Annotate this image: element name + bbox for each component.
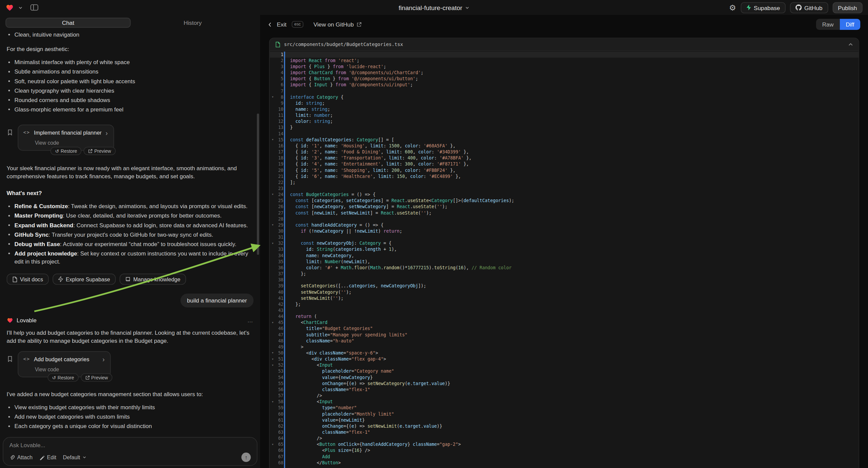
code-line[interactable]: 68 </Button> bbox=[270, 460, 859, 466]
code-line[interactable]: 54 value={newCategory} bbox=[270, 374, 859, 380]
code-line[interactable]: 30 if (!newCategory || !newLimit) return… bbox=[270, 228, 859, 234]
collapse-chevron-up-icon[interactable] bbox=[848, 42, 853, 46]
code-line[interactable]: 61 value={newLimit} bbox=[270, 417, 859, 423]
lovable-logo-icon[interactable] bbox=[6, 4, 14, 11]
message-menu-button[interactable]: … bbox=[247, 316, 254, 325]
code-line[interactable]: 7 bbox=[270, 88, 859, 94]
settings-gear-icon[interactable]: ⚙ bbox=[729, 4, 736, 11]
code-editor[interactable]: 12import React from 'react';3import { Pl… bbox=[270, 51, 859, 468]
code-line[interactable]: 42 }; bbox=[270, 301, 859, 308]
code-line[interactable]: 59 type="number" bbox=[270, 405, 859, 411]
code-line[interactable]: 19 { id: '4', name: 'Entertainment', lim… bbox=[270, 161, 859, 167]
code-line[interactable]: 9 id: string; bbox=[270, 100, 859, 107]
bookmark-icon[interactable] bbox=[7, 129, 13, 136]
code-line[interactable]: 63 className="flex-1" bbox=[270, 429, 859, 435]
code-line[interactable]: 26 const [newCategory, setNewCategory] =… bbox=[270, 204, 859, 210]
code-line[interactable]: 10 name: string; bbox=[270, 107, 859, 113]
code-line[interactable]: 4import ChartCard from '@/components/ui/… bbox=[270, 70, 859, 76]
code-line[interactable]: 38 bbox=[270, 277, 859, 283]
fold-chevron-icon[interactable]: ▾ bbox=[271, 356, 275, 362]
code-line[interactable]: 49 > bbox=[270, 344, 859, 350]
fold-chevron-icon[interactable]: ▾ bbox=[271, 222, 275, 228]
code-line[interactable]: 20 { id: '5', name: 'Shopping', limit: 2… bbox=[270, 167, 859, 173]
code-line[interactable]: 11 limit: number; bbox=[270, 113, 859, 118]
code-line[interactable]: 18 { id: '3', name: 'Transportation', li… bbox=[270, 155, 859, 161]
code-line[interactable]: 12 color: string; bbox=[270, 118, 859, 124]
code-line[interactable]: 35 limit: Number(newLimit), bbox=[270, 259, 859, 265]
code-line[interactable]: 3import { Plus } from 'lucide-react'; bbox=[270, 64, 859, 70]
fold-chevron-icon[interactable]: ▾ bbox=[271, 362, 275, 368]
code-line[interactable]: 48 className="h-auto" bbox=[270, 338, 859, 344]
code-line[interactable]: ▾50 <div className="space-y-6"> bbox=[270, 350, 859, 356]
model-select[interactable]: Default bbox=[63, 454, 86, 460]
code-line[interactable]: ▾51 <div className="flex gap-4"> bbox=[270, 356, 859, 362]
code-line[interactable]: 33 id: String(categories.length + 1), bbox=[270, 246, 859, 253]
code-line[interactable]: 17 { id: '2', name: 'Food & Dining', lim… bbox=[270, 149, 859, 155]
code-line[interactable]: ▾32 const newCategoryObj: Category = { bbox=[270, 240, 859, 246]
code-line[interactable]: 13} bbox=[270, 124, 859, 130]
preview-button[interactable]: Preview bbox=[81, 373, 113, 382]
code-line[interactable]: ▾15const defaultCategories: Category[] =… bbox=[270, 137, 859, 143]
code-line[interactable]: ▾24const BudgetCategories = () => { bbox=[270, 192, 859, 198]
code-line[interactable]: 2import React from 'react'; bbox=[270, 58, 859, 64]
fold-chevron-icon[interactable]: ▾ bbox=[271, 192, 275, 198]
file-header[interactable]: src/components/budget/BudgetCategories.t… bbox=[270, 38, 859, 51]
code-line[interactable]: 14 bbox=[270, 130, 859, 137]
fold-chevron-icon[interactable]: ▾ bbox=[271, 399, 275, 405]
restore-button[interactable]: ↺ Restore bbox=[48, 373, 79, 382]
project-switcher[interactable]: financial-future-creator bbox=[399, 4, 469, 11]
code-line[interactable]: ▾52 <Input bbox=[270, 362, 859, 368]
exit-button[interactable]: Exit bbox=[277, 21, 286, 28]
code-line[interactable]: 1 bbox=[270, 51, 859, 57]
tab-history[interactable]: History bbox=[130, 18, 255, 28]
code-line[interactable]: 22]; bbox=[270, 180, 859, 186]
code-line[interactable]: 55 onChange={(e) => setNewCategory(e.tar… bbox=[270, 381, 859, 387]
view-code-link[interactable]: View code bbox=[35, 139, 108, 147]
send-button[interactable]: ↑ bbox=[241, 452, 251, 462]
chat-scrollbar[interactable] bbox=[257, 114, 259, 255]
code-line[interactable]: 53 placeholder="Category name" bbox=[270, 368, 859, 374]
code-line[interactable]: 27 const [newLimit, setNewLimit] = React… bbox=[270, 210, 859, 216]
manage-knowledge-button[interactable]: Manage knowledge bbox=[119, 273, 186, 285]
fold-chevron-icon[interactable]: ▾ bbox=[271, 320, 275, 326]
code-line[interactable]: 67 Add bbox=[270, 454, 859, 460]
code-line[interactable]: 64 /> bbox=[270, 435, 859, 441]
code-line[interactable]: 23 bbox=[270, 186, 859, 192]
code-line[interactable]: 60 placeholder="Monthly limit" bbox=[270, 411, 859, 417]
explore-supabase-button[interactable]: Explore Supabase bbox=[52, 273, 116, 285]
code-line[interactable]: ▾58 <Input bbox=[270, 399, 859, 405]
sidebar-toggle-icon[interactable] bbox=[31, 2, 38, 12]
code-line[interactable]: 57 /> bbox=[270, 393, 859, 399]
code-line[interactable]: ▾65 <Button onClick={handleAddCategory} … bbox=[270, 441, 859, 447]
code-line[interactable]: 40 setNewCategory(''); bbox=[270, 289, 859, 295]
fold-chevron-icon[interactable]: ▾ bbox=[271, 441, 275, 447]
attach-button[interactable]: Attach bbox=[9, 454, 33, 460]
view-code-link[interactable]: View code bbox=[35, 365, 105, 373]
publish-button[interactable]: Publish bbox=[832, 2, 863, 13]
add-budget-categories-card[interactable]: <> Add budget categories › View code ↺ R… bbox=[18, 351, 111, 377]
preview-button[interactable]: Preview bbox=[84, 147, 116, 155]
code-line[interactable]: 28 bbox=[270, 216, 859, 222]
code-line[interactable]: 66 <Plus size={16} /> bbox=[270, 447, 859, 454]
chat-input[interactable] bbox=[9, 442, 251, 448]
code-line[interactable]: 56 className="flex-1" bbox=[270, 387, 859, 393]
code-line[interactable]: 16 { id: '1', name: 'Housing', limit: 15… bbox=[270, 143, 859, 149]
restore-button[interactable]: ↺ Restore bbox=[51, 147, 82, 155]
code-line[interactable]: 36 color: '#' + Math.floor(Math.random()… bbox=[270, 265, 859, 271]
code-line[interactable]: 37 }; bbox=[270, 271, 859, 277]
code-line[interactable]: 46 title="Budget Categories" bbox=[270, 326, 859, 332]
github-button[interactable]: GitHub bbox=[790, 2, 828, 13]
code-line[interactable]: 34 name: newCategory, bbox=[270, 253, 859, 259]
code-line[interactable]: 44 return ( bbox=[270, 314, 859, 320]
diff-toggle-button[interactable]: Diff bbox=[840, 19, 860, 30]
visit-docs-button[interactable]: Visit docs bbox=[7, 273, 49, 285]
code-line[interactable]: 31 bbox=[270, 234, 859, 240]
code-line[interactable]: 62 onChange={(e) => setNewLimit(e.target… bbox=[270, 423, 859, 429]
code-line[interactable]: 47 subtitle="Manage your spending limits… bbox=[270, 332, 859, 338]
code-line[interactable]: 5import { Button } from '@/components/ui… bbox=[270, 76, 859, 82]
edit-button[interactable]: Edit bbox=[39, 454, 56, 460]
code-line[interactable]: ▾8interface Category { bbox=[270, 94, 859, 100]
fold-chevron-icon[interactable]: ▾ bbox=[271, 350, 275, 356]
code-line[interactable]: ▾45 <ChartCard bbox=[270, 320, 859, 326]
code-line[interactable]: ▾29 const handleAddCategory = () => { bbox=[270, 222, 859, 228]
